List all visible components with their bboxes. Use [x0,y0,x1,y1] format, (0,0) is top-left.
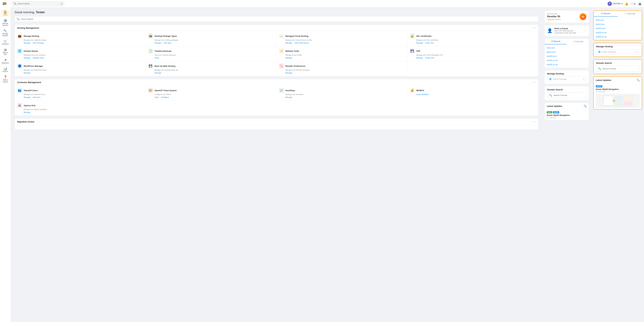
reseller-prefs-item[interactable]: 🏷️ Reseller Preferences Manage your Rese… [276,61,408,76]
ssl-manage-link[interactable]: Manage [416,42,423,44]
hosting-add-btn[interactable]: + [534,26,536,29]
ticket-system-configure-link[interactable]: Configure [161,96,169,98]
nav-user[interactable]: T TESTER ▾ [608,2,623,6]
timeline-backups-item[interactable]: ⏱️ Timeline Backups View your Timeline B… [146,46,276,61]
zoomed-recent-item-2[interactable]: test03.com [594,26,642,30]
zoomed-select-package-dropdown[interactable]: 🌐 Select Package ▾ [596,49,639,54]
zoomed-recent-tab[interactable]: ↺ Recent [594,11,618,16]
migration-add-btn[interactable]: + [534,120,536,123]
reseller-prefs-manage-link[interactable]: Manage [286,72,292,74]
customer-collapse-btn[interactable]: − [531,81,532,84]
domain-names-links: Manage | Register New [17,57,143,59]
wordpress-item[interactable]: 🔵 WordPress Manager Manage your WordPres… [15,61,146,76]
website-turbo-item[interactable]: ⚡ Website Turbo Manage & buy credits Man… [276,46,408,61]
sidebar-item-reports[interactable]: 📊 Reports [0,66,10,74]
ticket-system-item[interactable]: 🎫 StackCP Ticket System Configure your t… [146,86,276,101]
agency-hub-item[interactable]: ◎ Agency Hub Manage your agency workflow… [15,101,146,116]
stackcp-users-manage-link[interactable]: Manage [24,96,30,98]
domain-names-item[interactable]: 🌐 Domain Names Manage & buy your domains… [15,46,146,61]
turbo-manage-link[interactable]: Manage [286,57,292,59]
ssl-order-link[interactable]: Order SSL [425,42,434,44]
whmcs-order-link[interactable]: Order WHMCS [416,94,429,96]
zoomed-favourite-tab[interactable]: ☆ Favourite [618,11,642,16]
recent-item-4[interactable]: test05.co.uk [545,62,589,66]
cloud-hosting-add-link[interactable]: Add Cloud Server [294,42,309,44]
zoomed-recent-item-0[interactable]: thall.com [594,18,642,22]
agency-hub-icon: ◎ [4,48,7,51]
hosting-package-types-item[interactable]: 📦 Hosting Package Types Manage your host… [146,31,276,46]
vps-item[interactable]: 💾 VPS Manage your VPS & Managed VPS Mana… [407,46,538,61]
recent-item-1[interactable]: djent.com [545,50,589,54]
domain-names-manage-link[interactable]: Manage [24,57,30,59]
zoomed-update-title: Easier My20i Navigation [596,88,640,90]
ticket-system-view-link[interactable]: View [154,96,158,98]
notification-icon[interactable]: 🔔 [625,2,628,6]
zoomed-recent-item-4[interactable]: test05.co.uk [594,34,642,39]
sidebar-item-hostshop[interactable]: 🛒 HostShop [0,38,10,46]
recent-item-3[interactable]: test04.co.uk [545,58,589,62]
backup-manage-link[interactable]: Manage [154,72,161,74]
vps-order-link[interactable]: Order VPS [425,57,434,59]
stackcp-users-add-link[interactable]: Add User [33,96,40,98]
ssl-certs-item[interactable]: 🔒 SSL Certificates Manage your SSL certi… [407,31,538,46]
sidebar-item-agency-hub[interactable]: ◎ Agency Hub [0,47,10,57]
sidebar-item-reseller[interactable]: 🔧 Manage Reseller [0,28,10,38]
reseller-prefs-links: Manage [279,72,405,74]
domain-names-register-link[interactable]: Register New [33,57,44,59]
zoomed-update-item: My20i Easier My20i Navigation on 13th Au… [594,84,642,109]
migration-collapse-btn[interactable]: − [531,120,532,123]
hosting-collapse-btn[interactable]: − [531,26,532,29]
manage-hosting-add-link[interactable]: Add Package [33,42,44,44]
package-types-add-link[interactable]: Add Type [164,42,171,44]
top-search-input[interactable] [18,2,60,5]
hostshop-item-title: HostShop [286,89,295,92]
domain-search-input[interactable] [554,94,584,96]
cloud-hosting-manage-link[interactable]: Manage [286,42,292,44]
zoomed-updates-search-icon[interactable]: 🔍 [636,79,640,82]
favourite-tab[interactable]: ☆ Favourite [567,39,589,44]
sidebar-item-migrations[interactable]: ↗ Migrations [0,57,10,65]
hostshop-manage-link[interactable]: Manage [286,96,292,98]
updates-search-icon[interactable]: 🔍 [584,104,587,108]
upgrade-link[interactable]: Upgrade options [547,18,561,20]
zoomed-domain-search-input[interactable] [602,68,637,70]
refer-card[interactable]: 👤 Refer a Friend Earn £25 referring new … [544,25,589,36]
zoomed-recent-item-3[interactable]: test04.co.uk [594,30,642,34]
sidebar-item-home[interactable]: 🏠 Home [0,9,10,17]
select-dropdown-arrow-icon: ▾ [584,78,584,80]
hostshop-item[interactable]: 🛒 HostShop Manage your HostShop Manage [276,86,408,101]
recent-tabs: ↺ Recent ☆ Favourite [545,39,589,44]
hostshop-item-desc: Manage your HostShop [279,94,405,95]
agency-hub-manage-link[interactable]: Manage [24,111,30,114]
sidebar-item-manage-services[interactable]: ⚙️ Manage Services [0,18,10,28]
print-icon[interactable]: 🖨️ [638,2,642,6]
vps-manage-link[interactable]: Manage [416,57,423,59]
recent-list: thall.com djent.com test03.com test04.co… [545,44,589,68]
package-types-manage-link[interactable]: Manage [154,42,161,44]
zoomed-globe-icon: 🌐 [598,51,600,53]
manage-hosting-item[interactable]: 💼 Manage Hosting Manage your websites & … [15,31,146,46]
recent-tab[interactable]: ↺ Recent [545,39,567,44]
sidebar-item-help[interactable]: ❓ Help & Support [0,74,10,84]
theme-toggle[interactable] [630,2,636,5]
zoomed-recent-item-1[interactable]: djent.com [594,22,642,26]
backup-hosting-item[interactable]: 💾 Back Up Web Hosting Manage your websit… [146,61,276,76]
select-package-dropdown[interactable]: 🌐 Select Package ▾ [547,76,586,82]
favourite-tab-icon: ☆ [572,40,574,43]
main-search-bar[interactable]: 🔍 [14,16,538,22]
recent-item-2[interactable]: test03.com [545,54,589,58]
whmcs-item[interactable]: 💰 WHMCS Order WHMCS [407,86,538,101]
timeline-order-link[interactable]: Order [154,57,159,59]
update-title: Easier My20i Navigation [547,114,587,116]
customer-add-btn[interactable]: + [534,81,536,84]
recent-item-0[interactable]: thall.com [545,46,589,50]
cloud-hosting-title: Managed Cloud Hosting [286,35,308,37]
top-search-bar[interactable]: 🔍 / [12,1,64,6]
cloud-hosting-item[interactable]: ☁️ Managed Cloud Hosting Manage your Clo… [276,31,408,46]
zoomed-recent-tabs: ↺ Recent ☆ Favourite [594,11,642,17]
wordpress-manage-link[interactable]: Manage [24,72,30,74]
main-search-input[interactable] [21,18,536,20]
stackcp-users-item[interactable]: 👥 StackCP Users Manage your StackCP user… [15,86,146,101]
manage-hosting-manage-link[interactable]: Manage [24,42,30,44]
refer-arrow-icon[interactable]: → [583,29,586,32]
